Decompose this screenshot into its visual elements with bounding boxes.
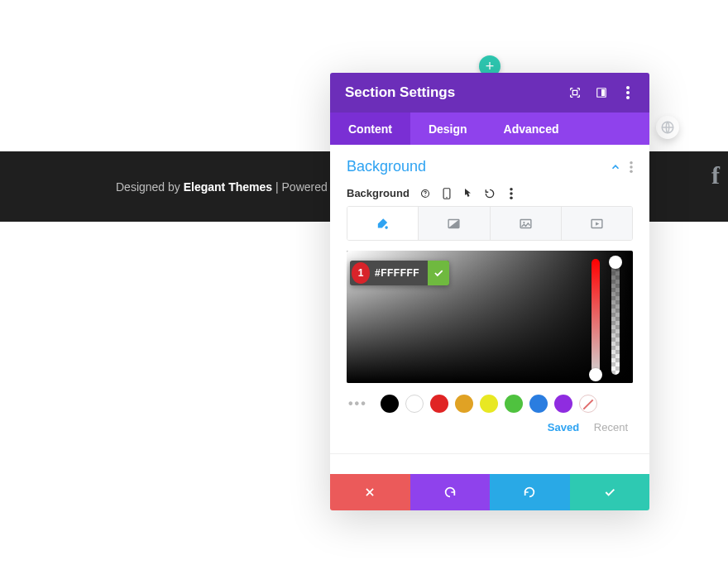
panel-header[interactable]: Section Settings (330, 73, 649, 113)
footer-text: Designed by Elegant Themes | Powered by (116, 180, 342, 194)
svg-point-5 (626, 91, 630, 94)
svg-rect-1 (572, 90, 577, 94)
chevron-up-icon[interactable] (610, 161, 621, 173)
action-bar (330, 474, 649, 510)
hue-slider[interactable] (592, 259, 600, 375)
swatches-more-icon[interactable]: ••• (348, 396, 367, 411)
swatch-none[interactable] (579, 395, 597, 413)
swatch[interactable] (529, 395, 548, 413)
bg-type-image[interactable] (490, 207, 561, 240)
swatches-saved-tab[interactable]: Saved (548, 421, 579, 433)
svg-rect-3 (601, 89, 605, 96)
svg-point-6 (626, 96, 630, 99)
bg-type-gradient[interactable] (418, 207, 489, 240)
field-more-icon[interactable] (505, 188, 517, 199)
phone-icon[interactable] (441, 188, 453, 199)
tab-design[interactable]: Design (410, 113, 486, 145)
tab-advanced[interactable]: Advanced (486, 113, 577, 145)
bg-type-video[interactable] (561, 207, 632, 240)
hex-input[interactable]: #FFFFFF (373, 267, 428, 279)
save-button[interactable] (570, 474, 650, 510)
svg-point-13 (446, 196, 448, 198)
alpha-slider[interactable] (611, 259, 620, 375)
expand-icon[interactable] (568, 86, 582, 99)
tab-content[interactable]: Content (330, 113, 410, 145)
cancel-button[interactable] (330, 474, 410, 510)
svg-point-9 (630, 170, 633, 173)
bg-type-color[interactable] (347, 207, 418, 240)
reset-icon[interactable] (484, 188, 496, 199)
svg-point-16 (510, 196, 513, 199)
swatches: ••• (347, 395, 633, 419)
hover-icon[interactable] (462, 188, 474, 199)
svg-point-15 (510, 192, 513, 195)
hex-confirm-button[interactable] (428, 261, 449, 285)
svg-point-14 (510, 188, 513, 191)
brand-link[interactable]: Elegant Themes (184, 180, 272, 194)
svg-point-4 (626, 86, 630, 89)
swatch[interactable] (505, 395, 523, 413)
swatch[interactable] (480, 395, 498, 413)
svg-point-7 (630, 161, 633, 165)
swatch[interactable] (455, 395, 473, 413)
swatch[interactable] (405, 395, 424, 413)
svg-point-20 (523, 222, 524, 223)
section-title-background[interactable]: Background (347, 158, 426, 175)
panel-tabs: Content Design Advanced (330, 113, 649, 145)
annotation-marker-1: 1 (352, 262, 370, 284)
undo-button[interactable] (410, 474, 491, 510)
settings-panel: Section Settings Content Design Advanced… (330, 73, 649, 510)
globe-icon[interactable] (656, 116, 679, 139)
redo-button[interactable] (490, 474, 570, 510)
panel-title: Section Settings (345, 84, 455, 101)
swatch[interactable] (430, 395, 448, 413)
background-field-label: Background (347, 187, 410, 199)
section-more-icon[interactable] (630, 161, 633, 173)
swatch[interactable] (554, 395, 572, 413)
facebook-icon[interactable]: f (711, 161, 728, 186)
swatches-recent-tab[interactable]: Recent (594, 421, 628, 433)
background-type-tabs (347, 206, 633, 241)
help-icon[interactable] (419, 188, 431, 199)
svg-point-11 (424, 195, 425, 196)
svg-point-17 (385, 226, 388, 229)
svg-point-8 (630, 165, 633, 169)
swatch[interactable] (381, 395, 399, 413)
snap-icon[interactable] (595, 86, 608, 99)
more-icon[interactable] (621, 86, 635, 99)
